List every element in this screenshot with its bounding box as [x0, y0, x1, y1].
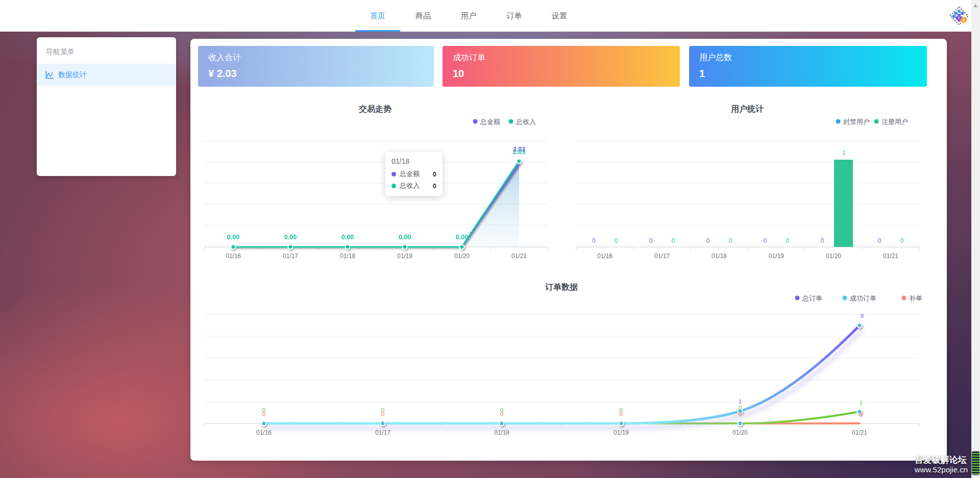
svg-text:0: 0	[381, 411, 384, 417]
svg-text:0: 0	[262, 411, 265, 417]
tab-home[interactable]: 首页	[370, 0, 386, 32]
app-logo-icon: ♥	[947, 4, 971, 28]
svg-text:0: 0	[672, 237, 675, 244]
stat-card-total-users-value: 1	[699, 68, 917, 80]
svg-text:01/17: 01/17	[283, 253, 298, 260]
x-axis-labels: 01/16 01/17 01/18 01/19 01/20 01/21	[226, 253, 527, 260]
stat-card-income-title: 收入合计	[208, 53, 424, 63]
watermark-stripe-icon	[972, 451, 979, 475]
bar-value-labels: 0 0 0 0 0 0 0 0 0 1 0 0	[592, 149, 904, 244]
scroll-up-icon[interactable]	[973, 4, 977, 7]
bar-registered-users[interactable]	[834, 160, 853, 247]
watermark-forum-name: 吾爱破解论坛	[915, 455, 968, 465]
tab-products-label: 商品	[415, 11, 431, 21]
svg-text:0: 0	[786, 237, 790, 244]
legend-total-income[interactable]: 总收入	[516, 118, 536, 125]
stat-card-total-users: 用户总数 1	[689, 46, 927, 87]
svg-text:1: 1	[842, 149, 846, 156]
svg-text:0: 0	[729, 237, 732, 244]
order-data-chart[interactable]: 订单数据 总订单 成功订单 补单 0 0 0 0	[190, 278, 947, 446]
legend-registered-users[interactable]: 注册用户	[881, 118, 908, 125]
stat-card-income-value: ¥ 2.03	[208, 68, 424, 80]
svg-text:01/18: 01/18	[340, 253, 355, 260]
watermark-url: www.52pojie.cn	[915, 465, 968, 475]
stat-card-success-orders-value: 10	[453, 68, 670, 80]
chart-title: 交易走势	[358, 105, 391, 113]
legend-total-amount[interactable]: 总金额	[480, 118, 500, 125]
chart-legend[interactable]: 封禁用户 注册用户	[836, 118, 909, 125]
tooltip-row: 总金额 0	[391, 169, 436, 179]
sidebar-item-data-statistics[interactable]: 数据统计	[37, 64, 176, 86]
svg-text:0: 0	[739, 411, 742, 417]
chart-title: 订单数据	[545, 283, 578, 291]
line-chart-icon	[45, 70, 54, 80]
svg-text:01/18: 01/18	[712, 253, 727, 260]
svg-text:01/19: 01/19	[614, 429, 629, 436]
tooltip-series-value: 0	[433, 182, 436, 190]
svg-text:0.00: 0.00	[399, 234, 411, 241]
stat-card-success-orders: 成功订单 10	[443, 46, 680, 87]
nav-tabs: 首页 商品 用户 订单 设置	[370, 0, 597, 32]
tooltip-date: 01/18	[391, 157, 436, 165]
tab-settings[interactable]: 设置	[551, 0, 568, 32]
x-axis-labels: 01/16 01/17 01/18 01/19 01/20 01/21	[256, 429, 867, 436]
tab-users-label: 用户	[461, 11, 476, 21]
vertical-scrollbar[interactable]	[971, 0, 980, 478]
tab-orders[interactable]: 订单	[506, 0, 522, 32]
watermark: 吾爱破解论坛 www.52pojie.cn	[915, 455, 968, 475]
svg-text:01/21: 01/21	[883, 253, 898, 260]
svg-text:0: 0	[615, 237, 618, 244]
tooltip-series-value: 0	[433, 170, 436, 178]
svg-text:0.00: 0.00	[227, 234, 239, 241]
svg-text:0: 0	[878, 237, 881, 244]
svg-text:01/16: 01/16	[226, 253, 241, 260]
svg-text:01/21: 01/21	[852, 429, 867, 436]
svg-text:1: 1	[739, 398, 742, 405]
svg-text:0: 0	[620, 411, 623, 417]
legend-repair-orders[interactable]: 补单	[909, 294, 922, 302]
stat-card-success-orders-title: 成功订单	[453, 53, 670, 63]
chart-lines	[264, 325, 860, 423]
svg-text:0: 0	[900, 237, 904, 244]
svg-text:01/20: 01/20	[826, 253, 841, 260]
transaction-trend-chart[interactable]: 交易走势 总金额 总收入 0.00 0.00 0.00 0.00 0.00 2.…	[190, 94, 556, 270]
legend-total-orders[interactable]: 总订单	[802, 294, 822, 302]
svg-text:0: 0	[706, 237, 710, 244]
tab-products[interactable]: 商品	[415, 0, 431, 32]
tab-orders-label: 订单	[506, 11, 522, 21]
svg-text:0: 0	[821, 237, 824, 244]
svg-text:01/21: 01/21	[511, 253, 527, 260]
chart-title: 用户统计	[730, 104, 764, 113]
svg-text:9: 9	[861, 313, 864, 319]
sidebar-title: 导航菜单	[37, 37, 176, 64]
svg-text:0: 0	[739, 405, 742, 411]
svg-text:0.00: 0.00	[284, 234, 297, 241]
stat-card-income: 收入合计 ¥ 2.03	[198, 46, 434, 87]
tooltip-row: 总收入 0	[391, 181, 436, 190]
series-dot-icon	[391, 184, 396, 188]
series-dot-icon	[391, 172, 396, 177]
svg-text:0: 0	[500, 411, 503, 417]
tooltip-series-name: 总金额	[400, 169, 420, 179]
tab-users[interactable]: 用户	[460, 0, 477, 32]
svg-text:0: 0	[764, 237, 767, 244]
tooltip-series-name: 总收入	[400, 181, 420, 190]
chart-grid	[576, 141, 919, 249]
svg-text:0: 0	[649, 237, 653, 244]
tab-home-label: 首页	[370, 11, 385, 21]
svg-text:01/19: 01/19	[397, 253, 412, 260]
svg-text:♥: ♥	[963, 18, 965, 22]
svg-text:01/18: 01/18	[494, 429, 509, 436]
user-stats-chart[interactable]: 用户统计 封禁用户 注册用户 0 0 0 0 0 0 0 0 0 1 0 0 0…	[561, 94, 939, 270]
legend-success-orders[interactable]: 成功订单	[850, 294, 876, 302]
top-navbar: 首页 商品 用户 订单 设置 ♥	[0, 0, 980, 32]
tab-settings-label: 设置	[552, 11, 567, 21]
svg-text:01/20: 01/20	[454, 253, 470, 260]
legend-banned-users[interactable]: 封禁用户	[843, 118, 870, 125]
sidebar-item-label: 数据统计	[58, 70, 87, 80]
stat-card-total-users-title: 用户总数	[699, 53, 917, 63]
chart-legend[interactable]: 总订单 成功订单 补单	[795, 294, 923, 302]
chart-legend[interactable]: 总金额 总收入	[473, 118, 536, 125]
sidebar-nav-card: 导航菜单 数据统计	[37, 37, 176, 176]
chart-tooltip: 01/18 总金额 0 总收入 0	[385, 152, 443, 196]
